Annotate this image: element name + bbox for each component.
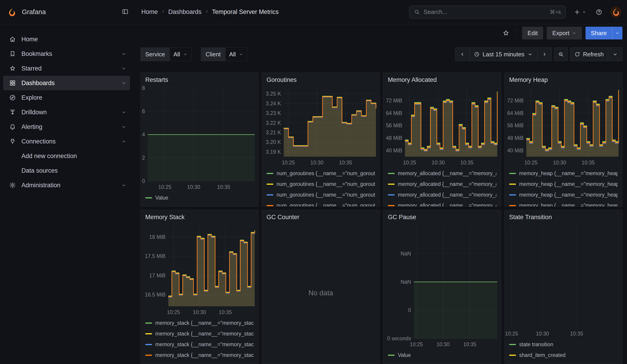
- refresh-button[interactable]: Refresh: [570, 48, 608, 61]
- svg-text:10:30: 10:30: [187, 184, 200, 190]
- svg-text:10:35: 10:35: [570, 331, 583, 337]
- svg-text:4: 4: [142, 132, 145, 138]
- sidebar-item-starred[interactable]: Starred: [3, 61, 130, 76]
- share-button[interactable]: Share: [585, 27, 612, 40]
- chart-canvas[interactable]: 72 MiB64 MiB56 MiB48 MiB40 MiB10:2510:30…: [383, 85, 501, 167]
- sidebar-item-administration[interactable]: Administration: [3, 178, 130, 193]
- chevron-down-icon[interactable]: [121, 51, 127, 57]
- legend-label: memory_allocated {__name__="memory_alloc…: [398, 170, 496, 177]
- legend-item[interactable]: memory_stack {__name__="memory_stack": [145, 339, 254, 350]
- zoom-out-group: [554, 48, 568, 61]
- chart-canvas[interactable]: 18 MiB17.5 MiB17 MiB16.5 MiB10:2510:3010…: [141, 222, 258, 317]
- zoom-out-button[interactable]: [554, 48, 568, 61]
- service-filter-value[interactable]: All: [170, 48, 192, 61]
- panel-title[interactable]: Memory Stack: [141, 210, 258, 222]
- panel-title[interactable]: Memory Heap: [505, 73, 622, 85]
- chevron-down-icon[interactable]: [121, 124, 127, 130]
- chevron-down-icon[interactable]: [121, 65, 127, 71]
- panel-title[interactable]: GC Pause: [383, 210, 501, 222]
- panel-chart: NaNNaN00 seconds10:2510:3010:35: [383, 222, 501, 349]
- mega-menu-toggle-button[interactable]: [120, 7, 130, 17]
- sidebar-item-data-sources[interactable]: Data sources: [3, 163, 130, 178]
- legend-item[interactable]: memory_stack {__name__="memory_stack": [145, 328, 254, 339]
- search-input[interactable]: [423, 8, 547, 16]
- time-back-button[interactable]: [455, 48, 470, 61]
- panel-title[interactable]: GC Counter: [262, 210, 380, 222]
- svg-text:10:25: 10:25: [158, 184, 171, 190]
- legend-item[interactable]: memory_heap {__name__="memory_heap": [509, 190, 618, 200]
- legend-label: memory_heap {__name__="memory_heap": [519, 170, 618, 177]
- legend-item[interactable]: memory_stack {__name__="memory_stack": [145, 318, 254, 328]
- user-avatar[interactable]: [610, 6, 622, 18]
- panel-title[interactable]: Memory Allocated: [383, 73, 501, 85]
- legend-item[interactable]: memory_heap {__name__="memory_heap": [509, 200, 618, 207]
- new-button[interactable]: [572, 7, 588, 17]
- chart-canvas[interactable]: NaNNaN00 seconds10:2510:3010:35: [383, 222, 501, 349]
- chevron-down-icon[interactable]: [121, 182, 127, 188]
- legend-item[interactable]: memory_allocated {__name__="memory_alloc…: [388, 168, 496, 179]
- edit-button[interactable]: Edit: [522, 27, 543, 40]
- sidebar-item-label: Add new connection: [21, 153, 127, 160]
- series-color-dash: [145, 322, 152, 324]
- help-button[interactable]: [594, 7, 604, 17]
- favorite-star-button[interactable]: [501, 28, 511, 38]
- time-forward-button[interactable]: [537, 48, 552, 61]
- legend-item[interactable]: num_goroutines {__name__="num_goroutines…: [266, 200, 375, 207]
- sidebar-item-label: Administration: [21, 182, 115, 189]
- sidebar-item-connections[interactable]: Connections: [3, 134, 130, 149]
- chevron-down-icon[interactable]: [121, 80, 127, 86]
- legend-item[interactable]: Value: [388, 350, 496, 361]
- sidebar-item-home[interactable]: Home: [3, 32, 130, 47]
- legend-item[interactable]: memory_allocated {__name__="memory_alloc…: [388, 200, 496, 207]
- sidebar-item-drilldown[interactable]: Drilldown: [3, 105, 130, 119]
- breadcrumb-dashboards[interactable]: Dashboards: [168, 8, 202, 15]
- grafana-logo-icon[interactable]: [7, 7, 17, 17]
- refresh-interval-button[interactable]: [608, 48, 623, 61]
- sidebar-item-dashboards[interactable]: Dashboards: [3, 76, 130, 90]
- legend-label: memory_heap {__name__="memory_heap": [519, 181, 618, 187]
- chart-canvas[interactable]: 10:2510:3010:35: [505, 222, 622, 338]
- legend-item[interactable]: memory_heap {__name__="memory_heap": [509, 179, 618, 190]
- panel-title[interactable]: State Transition: [505, 210, 622, 222]
- dashboard-toolbar: Edit Export Share: [133, 24, 627, 42]
- legend-item[interactable]: shard_item_created: [509, 350, 618, 361]
- share-menu-button[interactable]: [612, 27, 623, 40]
- chevron-up-icon[interactable]: [121, 138, 127, 144]
- legend-item[interactable]: num_goroutines {__name__="num_goroutines…: [266, 179, 375, 190]
- panel-chart: 8642010:2510:3010:35: [141, 85, 258, 192]
- legend-label: memory_stack {__name__="memory_stack": [155, 331, 254, 337]
- chart-canvas[interactable]: 8642010:2510:3010:35: [141, 85, 258, 192]
- sidebar-item-alerting[interactable]: Alerting: [3, 119, 130, 134]
- svg-text:64 MiB: 64 MiB: [386, 110, 402, 116]
- chart-canvas[interactable]: 72 MiB64 MiB56 MiB48 MiB40 MiB10:2510:30…: [505, 85, 622, 167]
- client-filter: Client All: [201, 48, 247, 61]
- dashboard-controls: Service All Client All: [133, 42, 627, 61]
- legend-item[interactable]: num_goroutines {__name__="num_goroutines…: [266, 190, 375, 200]
- series-color-dash: [145, 355, 152, 356]
- legend-label: num_goroutines {__name__="num_goroutines…: [277, 203, 375, 207]
- chart-canvas[interactable]: 3.25 K3.24 K3.23 K3.22 K3.21 K3.20 K3.19…: [262, 85, 380, 167]
- legend-item[interactable]: state transition: [509, 339, 618, 350]
- chevron-down-icon: [582, 10, 586, 14]
- time-range-picker[interactable]: Last 15 minutes: [470, 48, 537, 61]
- client-filter-value[interactable]: All: [225, 48, 247, 61]
- svg-text:17.5 MiB: 17.5 MiB: [145, 253, 165, 259]
- svg-text:8: 8: [142, 85, 145, 91]
- legend-item[interactable]: num_goroutines {__name__="num_goroutines…: [266, 168, 375, 179]
- legend-item[interactable]: memory_stack {__name__="memory_stack": [145, 350, 254, 361]
- search-box[interactable]: ⌘+k: [409, 5, 566, 19]
- legend-item[interactable]: memory_allocated {__name__="memory_alloc…: [388, 190, 496, 200]
- legend-item[interactable]: memory_allocated {__name__="memory_alloc…: [388, 179, 496, 190]
- legend-label: Value: [155, 195, 168, 201]
- sidebar-item-explore[interactable]: Explore: [3, 90, 130, 105]
- sidebar-item-add-new-connection[interactable]: Add new connection: [3, 149, 130, 163]
- panel-title[interactable]: Restarts: [141, 73, 258, 85]
- export-button[interactable]: Export: [547, 27, 582, 40]
- legend-item[interactable]: Value: [145, 193, 254, 203]
- sidebar-item-bookmarks[interactable]: Bookmarks: [3, 47, 130, 61]
- breadcrumb-home[interactable]: Home: [141, 8, 158, 15]
- legend-item[interactable]: memory_heap {__name__="memory_heap": [509, 168, 618, 179]
- legend-label: memory_allocated {__name__="memory_alloc…: [398, 203, 496, 207]
- chevron-down-icon[interactable]: [121, 109, 127, 115]
- panel-title[interactable]: Goroutines: [262, 73, 380, 85]
